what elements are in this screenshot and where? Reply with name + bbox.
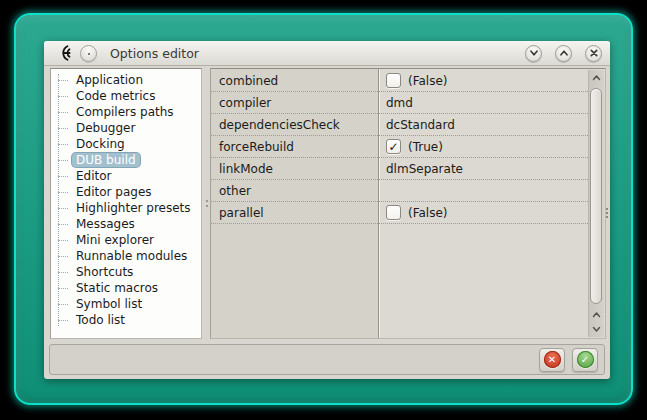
splitter-grip-icon — [206, 200, 208, 202]
property-name: compiler — [211, 96, 379, 110]
sidebar-item-label: Static macros — [72, 281, 162, 295]
property-value-text: (True) — [408, 140, 443, 154]
tree-twig-icon — [58, 144, 68, 145]
property-row-parallel[interactable]: parallel (False) — [211, 202, 588, 224]
tree-twig-icon — [58, 208, 68, 209]
property-value[interactable]: dmd — [379, 96, 588, 110]
window-frame: Options editor Application Code metrics — [14, 13, 633, 405]
property-row-other[interactable]: other — [211, 180, 588, 202]
tree-twig-icon — [58, 240, 68, 241]
property-row-dependenciesCheck[interactable]: dependenciesCheck dcStandard — [211, 114, 588, 136]
cancel-cross-icon: ✕ — [544, 351, 561, 368]
sidebar-item-label: Todo list — [72, 313, 129, 327]
property-value-text: dcStandard — [386, 118, 455, 132]
scroll-down-button[interactable] — [589, 322, 604, 336]
sidebar-item-static-macros[interactable]: Static macros — [51, 280, 201, 296]
sidebar-item-todo-list[interactable]: Todo list — [51, 312, 201, 328]
property-name: combined — [211, 74, 379, 88]
checkbox[interactable] — [386, 205, 401, 220]
sidebar-item-editor[interactable]: Editor — [51, 168, 201, 184]
tree-twig-icon — [58, 160, 68, 161]
property-value-text: dlmSeparate — [386, 162, 463, 176]
sidebar-item-label: Editor pages — [72, 185, 156, 199]
options-editor-dialog: Options editor Application Code metrics — [44, 41, 610, 379]
cancel-button[interactable]: ✕ — [539, 348, 565, 372]
property-value[interactable]: ✓ (True) — [379, 139, 588, 154]
shade-button[interactable] — [525, 45, 542, 62]
sidebar-item-debugger[interactable]: Debugger — [51, 120, 201, 136]
categories-items: Application Code metrics Compilers paths… — [51, 72, 201, 328]
sidebar-item-compilers-paths[interactable]: Compilers paths — [51, 104, 201, 120]
property-rows: combined (False) compiler dmd dependenci… — [211, 70, 588, 224]
property-value[interactable]: dlmSeparate — [379, 162, 588, 176]
sidebar-item-label: Application — [72, 73, 147, 87]
tree-twig-icon — [58, 80, 68, 81]
button-bar: ✕ ✓ — [49, 344, 605, 375]
property-row-combined[interactable]: combined (False) — [211, 70, 588, 92]
property-value-text: dmd — [386, 96, 413, 110]
checkbox[interactable]: ✓ — [386, 139, 401, 154]
coedit-logo-icon — [55, 44, 73, 62]
property-name: other — [211, 184, 379, 198]
checkbox[interactable] — [386, 73, 401, 88]
window-title: Options editor — [110, 46, 518, 61]
sidebar-item-label: Mini explorer — [72, 233, 158, 247]
sidebar-item-editor-pages[interactable]: Editor pages — [51, 184, 201, 200]
tree-twig-icon — [58, 304, 68, 305]
tree-twig-icon — [58, 224, 68, 225]
resize-grip[interactable] — [606, 208, 608, 210]
close-button[interactable] — [585, 45, 602, 62]
property-value-text: (False) — [408, 74, 448, 88]
sidebar-item-highlighter-presets[interactable]: Highlighter presets — [51, 200, 201, 216]
ok-check-icon: ✓ — [577, 351, 594, 368]
sidebar-item-label: Debugger — [72, 121, 139, 135]
property-name: dependenciesCheck — [211, 118, 379, 132]
property-row-forceRebuild[interactable]: forceRebuild ✓ (True) — [211, 136, 588, 158]
maximize-button[interactable] — [555, 45, 572, 62]
property-grid: combined (False) compiler dmd dependenci… — [210, 68, 606, 339]
sidebar-item-label: Editor — [72, 169, 116, 183]
sidebar-item-runnable-modules[interactable]: Runnable modules — [51, 248, 201, 264]
tree-twig-icon — [58, 288, 68, 289]
property-row-linkMode[interactable]: linkMode dlmSeparate — [211, 158, 588, 180]
scroll-up-button[interactable] — [589, 71, 604, 85]
sidebar-item-symbol-list[interactable]: Symbol list — [51, 296, 201, 312]
property-row-compiler[interactable]: compiler dmd — [211, 92, 588, 114]
sidebar-item-shortcuts[interactable]: Shortcuts — [51, 264, 201, 280]
chevron-up-icon — [559, 48, 569, 58]
property-value[interactable]: (False) — [379, 73, 588, 88]
panel-splitter[interactable] — [203, 68, 210, 339]
sidebar-item-dub-build[interactable]: DUB build — [51, 152, 201, 168]
property-value[interactable]: (False) — [379, 205, 588, 220]
sidebar-item-code-metrics[interactable]: Code metrics — [51, 88, 201, 104]
tree-twig-icon — [58, 96, 68, 97]
sidebar-item-label: DUB build — [72, 153, 140, 167]
scroll-up-button-2[interactable] — [589, 308, 604, 322]
sidebar-item-label: Docking — [72, 137, 129, 151]
ok-button[interactable]: ✓ — [572, 348, 598, 372]
property-name: linkMode — [211, 162, 379, 176]
scrollbar-thumb[interactable] — [590, 88, 602, 304]
sidebar-item-label: Messages — [72, 217, 139, 231]
sidebar-item-mini-explorer[interactable]: Mini explorer — [51, 232, 201, 248]
sidebar-item-application[interactable]: Application — [51, 72, 201, 88]
tree-line — [58, 74, 59, 326]
tree-twig-icon — [58, 272, 68, 273]
sidebar-item-label: Shortcuts — [72, 265, 137, 279]
tree-twig-icon — [58, 256, 68, 257]
sidebar-item-messages[interactable]: Messages — [51, 216, 201, 232]
tree-twig-icon — [58, 176, 68, 177]
tree-twig-icon — [58, 112, 68, 113]
categories-list[interactable]: Application Code metrics Compilers paths… — [50, 68, 202, 339]
tree-twig-icon — [58, 128, 68, 129]
property-value[interactable]: dcStandard — [379, 118, 588, 132]
sidebar-item-label: Compilers paths — [72, 105, 178, 119]
titlebar[interactable]: Options editor — [44, 41, 610, 66]
chevron-up-icon — [592, 74, 601, 82]
vertical-scrollbar[interactable] — [588, 70, 604, 337]
property-name: forceRebuild — [211, 140, 379, 154]
window-menu-button[interactable] — [80, 45, 97, 62]
sidebar-item-docking[interactable]: Docking — [51, 136, 201, 152]
window-menu-icon — [88, 53, 90, 55]
window-controls — [525, 45, 602, 62]
